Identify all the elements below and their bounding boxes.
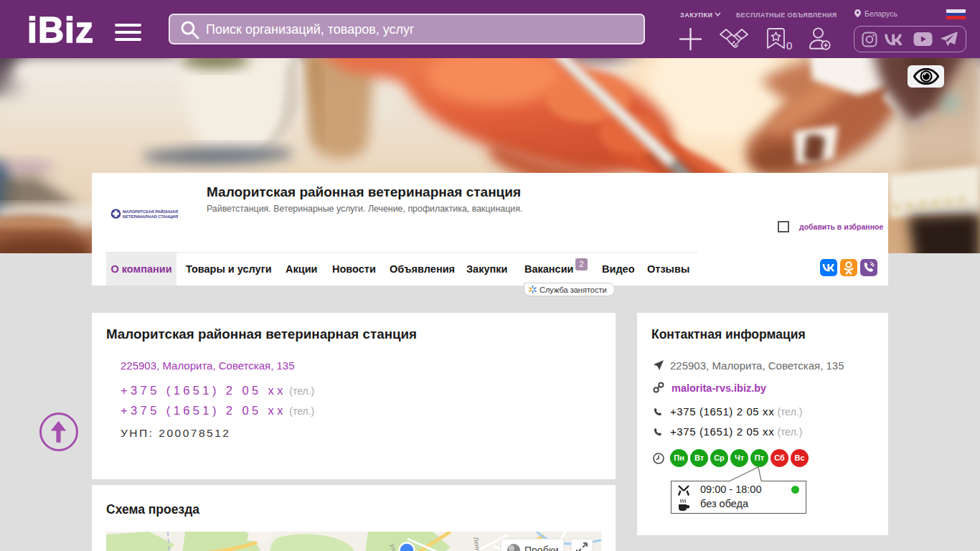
svg-text:МАЛОРИТСКАЯ РАЙОННАЯ: МАЛОРИТСКАЯ РАЙОННАЯ — [123, 209, 178, 214]
svg-text:ул.: ул. — [389, 543, 398, 551]
svg-text:ВЕТЕРИНАРНАЯ СТАНЦИЯ: ВЕТЕРИНАРНАЯ СТАНЦИЯ — [123, 214, 178, 219]
svg-text:Пробки: Пробки — [524, 545, 559, 551]
